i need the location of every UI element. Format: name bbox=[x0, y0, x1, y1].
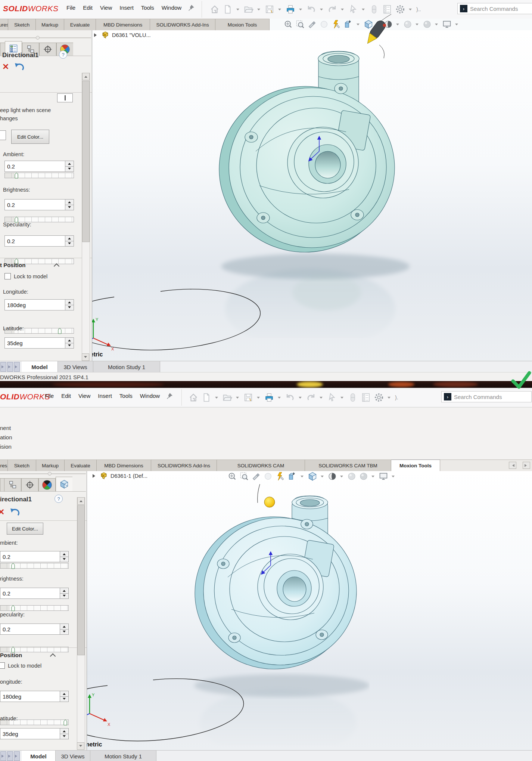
open-dropdown-caret[interactable] bbox=[236, 397, 239, 400]
latitude-up[interactable] bbox=[65, 338, 74, 343]
appearance-lightning-icon[interactable] bbox=[332, 20, 340, 29]
brightness-value[interactable]: 0.2 bbox=[0, 588, 60, 598]
select-dropdown-caret[interactable] bbox=[340, 397, 343, 400]
tab-moxion-tools[interactable]: Moxion Tools bbox=[391, 460, 440, 471]
display-style-caret[interactable] bbox=[340, 476, 343, 479]
tab-features[interactable]: res bbox=[0, 460, 8, 471]
undo-icon[interactable] bbox=[307, 4, 316, 14]
tab-nav-next[interactable] bbox=[7, 362, 13, 372]
print-icon[interactable] bbox=[264, 393, 274, 402]
confirm-check-icon[interactable] bbox=[510, 370, 532, 391]
doc-tab-motion-study[interactable]: Motion Study 1 bbox=[93, 361, 160, 372]
menu-insert[interactable]: Insert bbox=[116, 3, 137, 12]
tab-nav-last[interactable] bbox=[14, 751, 20, 761]
longitude-value[interactable]: 180deg bbox=[0, 691, 60, 702]
tab-scroll-right[interactable] bbox=[523, 462, 530, 469]
appearance-lightning-icon[interactable] bbox=[276, 472, 284, 481]
feature-tree-item[interactable]: D6361 "VOLU... bbox=[94, 31, 150, 39]
tab-nav-prev[interactable] bbox=[0, 751, 6, 761]
search-commands-box[interactable]: › Search Commands bbox=[457, 3, 532, 14]
tab-moxion-tools[interactable]: Moxion Tools bbox=[215, 19, 270, 30]
hide-show-sphere-icon[interactable] bbox=[347, 472, 356, 481]
ambient-slider[interactable] bbox=[0, 563, 69, 569]
menu-tools[interactable]: Tools bbox=[137, 3, 158, 12]
ambient-value[interactable]: 0.2 bbox=[0, 551, 60, 562]
section-view-icon[interactable] bbox=[343, 19, 353, 29]
doc-tab-model[interactable]: Model bbox=[22, 751, 56, 761]
zoom-area-icon[interactable] bbox=[296, 20, 305, 29]
scrollbar-thumb[interactable] bbox=[82, 81, 90, 242]
zoom-fit-icon[interactable] bbox=[228, 472, 237, 481]
tab-solidworks-cam-tbm[interactable]: SOLIDWORKS CAM TBM bbox=[305, 460, 391, 471]
open-icon[interactable] bbox=[223, 393, 232, 402]
doc-tab-model[interactable]: Model bbox=[22, 361, 58, 372]
view-settings-caret[interactable] bbox=[392, 476, 395, 479]
specularity-up[interactable] bbox=[60, 624, 68, 629]
select-cursor-icon[interactable] bbox=[327, 393, 337, 402]
cancel-icon[interactable]: ✕ bbox=[2, 62, 9, 72]
menu-window[interactable]: Window bbox=[136, 391, 164, 400]
specularity-up[interactable] bbox=[65, 236, 74, 241]
scene-sphere-icon[interactable] bbox=[359, 472, 368, 481]
menu-view[interactable]: View bbox=[75, 391, 94, 400]
longitude-down[interactable] bbox=[65, 305, 74, 310]
display-style-icon[interactable] bbox=[328, 472, 337, 481]
latitude-down[interactable] bbox=[65, 343, 74, 349]
lock-to-model-checkbox[interactable] bbox=[4, 273, 11, 279]
scene-sphere-icon[interactable] bbox=[423, 20, 432, 29]
tab-scroll-left[interactable] bbox=[509, 462, 516, 469]
tab-markup[interactable]: Markup bbox=[36, 19, 64, 30]
gear-dropdown-caret[interactable] bbox=[388, 397, 391, 400]
ambient-down[interactable] bbox=[65, 166, 74, 172]
specularity-value[interactable]: 0.2 bbox=[0, 624, 60, 634]
ghost-ball-icon[interactable] bbox=[264, 472, 273, 481]
menu-file[interactable]: File bbox=[63, 3, 79, 12]
undo-dropdown-caret[interactable] bbox=[320, 9, 323, 12]
scroll-up-button[interactable] bbox=[77, 497, 85, 505]
view-settings-monitor-icon[interactable] bbox=[379, 472, 388, 481]
save-dropdown-caret[interactable] bbox=[257, 397, 260, 400]
brightness-down[interactable] bbox=[65, 205, 74, 210]
cancel-icon[interactable]: ✕ bbox=[0, 507, 4, 517]
ambient-spinner[interactable]: 0.2 bbox=[4, 161, 74, 172]
tab-markup[interactable]: Markup bbox=[36, 460, 65, 471]
help-icon[interactable]: ? bbox=[59, 50, 67, 59]
longitude-up[interactable] bbox=[60, 691, 68, 696]
gear-icon[interactable] bbox=[374, 393, 384, 402]
panel-scrollbar[interactable] bbox=[82, 73, 90, 361]
hide-show-caret[interactable] bbox=[416, 24, 419, 27]
tab-evaluate[interactable]: Evaluate bbox=[65, 460, 97, 471]
section-tool-icon[interactable] bbox=[308, 20, 317, 29]
save-icon[interactable] bbox=[243, 393, 253, 402]
panel-tab-appearances[interactable] bbox=[38, 478, 56, 491]
edit-color-button[interactable]: Edit Color... bbox=[7, 523, 43, 535]
view-settings-caret[interactable] bbox=[455, 24, 458, 27]
print-dropdown-caret[interactable] bbox=[299, 9, 302, 12]
longitude-spinner[interactable]: 180deg bbox=[4, 299, 74, 310]
ambient-slider-thumb[interactable] bbox=[11, 563, 15, 569]
menu-window[interactable]: Window bbox=[158, 3, 185, 12]
scroll-down-button[interactable] bbox=[77, 742, 84, 750]
scroll-down-button[interactable] bbox=[82, 353, 89, 361]
longitude-slider-thumb[interactable] bbox=[58, 328, 62, 334]
zoom-area-icon[interactable] bbox=[240, 472, 249, 481]
menu-edit[interactable]: Edit bbox=[79, 3, 96, 12]
doc-tab-3d-views[interactable]: 3D Views bbox=[56, 751, 90, 761]
longitude-down[interactable] bbox=[60, 696, 68, 702]
ambient-spinner[interactable]: 0.2 bbox=[0, 551, 69, 562]
home-icon[interactable] bbox=[189, 393, 198, 402]
ghost-ball-icon[interactable] bbox=[320, 20, 329, 29]
tab-sketch[interactable]: Sketch bbox=[8, 19, 36, 30]
print-dropdown-caret[interactable] bbox=[278, 397, 281, 400]
toggle-pill-icon[interactable] bbox=[348, 393, 358, 402]
latitude-value[interactable]: 35deg bbox=[5, 338, 65, 348]
brightness-slider-thumb[interactable] bbox=[11, 605, 15, 611]
tab-nav-next[interactable] bbox=[7, 751, 13, 761]
undo-dropdown-caret[interactable] bbox=[299, 397, 302, 400]
longitude-slider-thumb[interactable] bbox=[63, 719, 67, 726]
redo-dropdown-caret[interactable] bbox=[320, 397, 323, 400]
collapse-chevron-icon[interactable] bbox=[50, 653, 56, 659]
open-icon[interactable] bbox=[244, 4, 253, 14]
undo-arrow-icon[interactable] bbox=[10, 508, 19, 517]
zoom-fit-icon[interactable] bbox=[284, 20, 293, 29]
